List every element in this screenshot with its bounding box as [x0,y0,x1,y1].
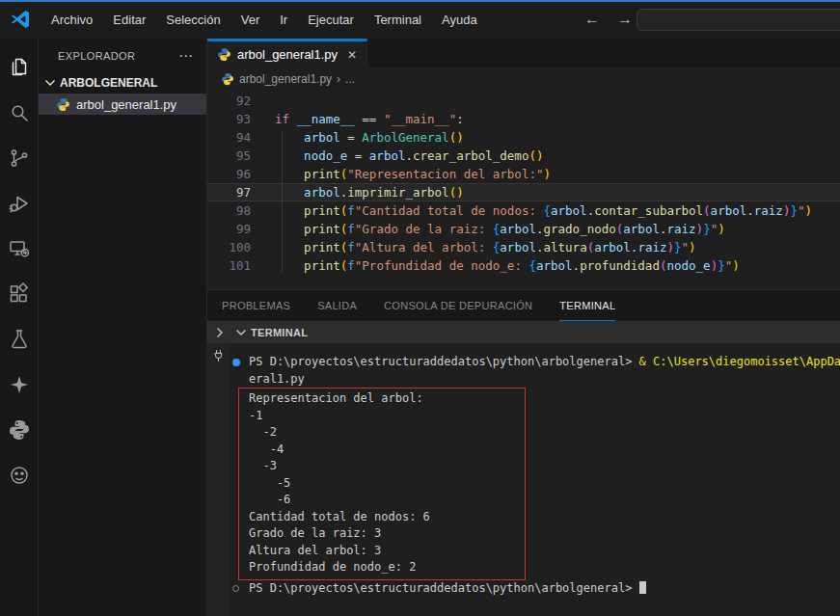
activity-extensions[interactable] [0,271,39,316]
line-number: 98 [207,201,251,220]
activity-source-control[interactable] [0,135,39,180]
files-icon [8,56,31,79]
tab-arbol-general1[interactable]: arbol_general1.py ✕ [207,39,367,67]
panel-tabbar: PROBLEMASSALIDACONSOLA DE DEPURACIÓNTERM… [207,290,840,321]
code-line-99: 99 print(f"Grado de la raiz: {arbol.grad… [207,220,840,238]
beaker-icon [8,328,31,351]
line-number: 101 [207,256,251,275]
activity-copilot[interactable] [0,362,39,407]
terminal-line: PS D:\proyectos\estructuraddedatos\pytho… [207,580,840,598]
terminal-section-header[interactable]: TERMINAL [207,321,840,343]
menu-bar: ArchivoEditarSelecciónVerIrEjecutarTermi… [42,9,489,31]
command-center[interactable] [637,9,840,31]
terminal-line: -3 [249,458,525,475]
code-line-93: 93if __name__ == "__main__": [207,110,840,128]
terminal-line: Profundidad de nodo_e: 2 [249,559,525,576]
chevron-right-icon[interactable] [212,325,228,340]
code-editor[interactable]: 9293if __name__ == "__main__":94 arbol =… [207,92,840,284]
history-nav: ← → [583,0,635,39]
line-number: 100 [207,238,251,256]
remote-icon [8,237,31,260]
panel-tab-terminal[interactable]: TERMINAL [559,290,615,321]
activity-run-debug[interactable] [0,180,39,226]
forward-arrow-icon[interactable]: → [615,11,635,28]
sparkle-icon [8,373,31,396]
terminal-output: PS D:\proyectos\estructuraddedatos\pytho… [207,343,840,616]
menu-ir[interactable]: Ir [271,9,296,31]
terminal-line: -1 [249,408,525,425]
explorer-sidebar: EXPLORADOR ⋯ ARBOLGENERAL arbol_general1… [39,39,207,616]
terminal-line: -4 [249,442,525,459]
menu-terminal[interactable]: Terminal [366,9,430,31]
source-control-icon [8,147,31,170]
terminal-line: Altura del arbol: 3 [249,543,525,560]
activity-explorer[interactable] [0,44,39,90]
vscode-window: ArchivoEditarSelecciónVerIrEjecutarTermi… [0,0,840,616]
command-prompt-decoration[interactable] [232,585,239,592]
breadcrumb-separator: › [337,72,340,86]
breadcrumb: arbol_general1.py › ... [207,67,840,91]
menu-ejecutar[interactable]: Ejecutar [299,9,363,31]
terminal-line: Cantidad total de nodos: 6 [249,509,525,526]
bottom-panel: PROBLEMASSALIDACONSOLA DE DEPURACIÓNTERM… [207,289,840,616]
extensions-icon [8,282,31,306]
code-line-95: 95 nodo_e = arbol.crear_arbol_demo() [207,147,840,165]
code-line-92: 92 [207,92,840,110]
search-icon [8,101,31,124]
terminal-line: Representacion del arbol: [249,390,525,408]
menu-archivo[interactable]: Archivo [42,9,101,31]
code-line-101: 101 print(f"Profundidad de nodo_e: {arbo… [207,256,840,275]
menu-editar[interactable]: Editar [104,9,154,31]
line-number: 99 [207,220,251,238]
face-icon [8,464,31,487]
python-file-icon [56,97,70,112]
python-icon [8,418,31,442]
line-number: 92 [207,92,251,110]
breadcrumb-more[interactable]: ... [345,72,355,86]
command-success-decoration[interactable] [232,359,240,366]
sidebar-title: EXPLORADOR [58,50,173,62]
activity-search[interactable] [0,90,39,135]
menu-ayuda[interactable]: Ayuda [433,9,486,31]
terminal-line: Grado de la raiz: 3 [249,525,525,543]
line-number: 97 [207,184,251,201]
window-top-border [0,0,840,2]
terminal-line: eral1.py [207,371,840,388]
code-line-98: 98 print(f"Cantidad total de nodos: {arb… [207,201,840,220]
titlebar: ArchivoEditarSelecciónVerIrEjecutarTermi… [0,0,840,39]
terminal-line: -2 [249,424,525,442]
close-icon[interactable]: ✕ [347,48,357,62]
panel-tab-problemas[interactable]: PROBLEMAS [222,290,290,321]
terminal-section-label: TERMINAL [251,327,308,338]
folder-label: ARBOLGENERAL [60,76,157,90]
python-file-icon [221,72,234,86]
terminal-cursor [639,581,646,594]
activity-extension-face[interactable] [0,452,39,497]
chevron-down-icon[interactable] [233,325,249,340]
line-number: 93 [207,110,251,128]
chevron-down-icon [42,75,58,91]
breadcrumb-file[interactable]: arbol_general1.py [239,72,332,86]
sidebar-header: EXPLORADOR ⋯ [39,39,206,72]
activity-python[interactable] [0,407,39,452]
menu-ver[interactable]: Ver [232,9,269,31]
code-line-100: 100 print(f"Altura del arbol: {arbol.alt… [207,238,840,256]
panel-tab-salida[interactable]: SALIDA [317,290,357,321]
code-line-94: 94 arbol = ArbolGeneral() [207,128,840,147]
file-arbol-general1[interactable]: arbol_general1.py [39,94,206,115]
menu-selección[interactable]: Selección [157,9,229,31]
panel-tab-consola-de-depuración[interactable]: CONSOLA DE DEPURACIÓN [384,290,532,321]
debug-icon [8,192,31,215]
folder-arbolgeneral[interactable]: ARBOLGENERAL [39,72,206,94]
line-number: 96 [207,165,251,183]
terminal-line: -6 [249,492,525,509]
more-actions-icon[interactable]: ⋯ [173,47,199,65]
editor-group: arbol_general1.py ✕ arbol_general1.py › … [207,39,840,289]
activity-testing[interactable] [0,316,39,362]
activity-remote-explorer[interactable] [0,226,39,271]
editor-tabbar: arbol_general1.py ✕ [207,39,840,67]
code-line-96: 96 print("Representacion del arbol:") [207,165,840,183]
activity-bar [0,39,39,616]
terminal[interactable]: PS D:\proyectos\estructuraddedatos\pytho… [207,343,840,616]
back-arrow-icon[interactable]: ← [583,11,602,28]
